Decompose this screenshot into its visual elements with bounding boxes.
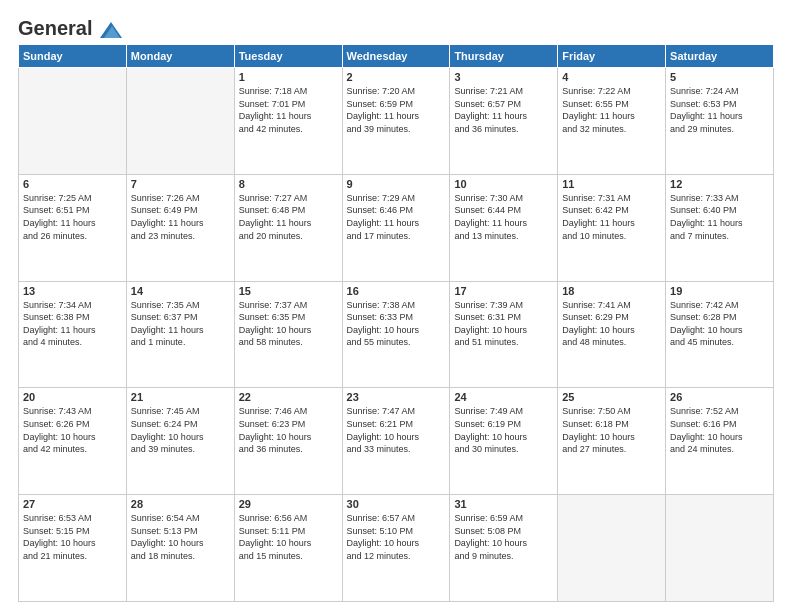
day-number: 18 [562,285,661,297]
day-number: 7 [131,178,230,190]
calendar-cell: 9Sunrise: 7:29 AM Sunset: 6:46 PM Daylig… [342,174,450,281]
weekday-header-saturday: Saturday [666,45,774,68]
day-info: Sunrise: 7:35 AM Sunset: 6:37 PM Dayligh… [131,299,230,349]
calendar-cell: 24Sunrise: 7:49 AM Sunset: 6:19 PM Dayli… [450,388,558,495]
day-info: Sunrise: 7:47 AM Sunset: 6:21 PM Dayligh… [347,405,446,455]
calendar-cell: 5Sunrise: 7:24 AM Sunset: 6:53 PM Daylig… [666,68,774,175]
day-info: Sunrise: 6:54 AM Sunset: 5:13 PM Dayligh… [131,512,230,562]
day-number: 20 [23,391,122,403]
day-info: Sunrise: 7:33 AM Sunset: 6:40 PM Dayligh… [670,192,769,242]
day-number: 4 [562,71,661,83]
calendar-cell: 28Sunrise: 6:54 AM Sunset: 5:13 PM Dayli… [126,495,234,602]
calendar-cell [19,68,127,175]
day-number: 19 [670,285,769,297]
calendar-cell: 23Sunrise: 7:47 AM Sunset: 6:21 PM Dayli… [342,388,450,495]
day-info: Sunrise: 7:29 AM Sunset: 6:46 PM Dayligh… [347,192,446,242]
day-number: 21 [131,391,230,403]
day-number: 14 [131,285,230,297]
day-number: 29 [239,498,338,510]
weekday-header-friday: Friday [558,45,666,68]
day-number: 5 [670,71,769,83]
day-info: Sunrise: 7:31 AM Sunset: 6:42 PM Dayligh… [562,192,661,242]
calendar-cell: 29Sunrise: 6:56 AM Sunset: 5:11 PM Dayli… [234,495,342,602]
calendar-cell: 8Sunrise: 7:27 AM Sunset: 6:48 PM Daylig… [234,174,342,281]
day-info: Sunrise: 7:46 AM Sunset: 6:23 PM Dayligh… [239,405,338,455]
day-info: Sunrise: 7:43 AM Sunset: 6:26 PM Dayligh… [23,405,122,455]
calendar-week-row: 1Sunrise: 7:18 AM Sunset: 7:01 PM Daylig… [19,68,774,175]
day-info: Sunrise: 7:38 AM Sunset: 6:33 PM Dayligh… [347,299,446,349]
day-number: 17 [454,285,553,297]
weekday-header-sunday: Sunday [19,45,127,68]
calendar-cell: 1Sunrise: 7:18 AM Sunset: 7:01 PM Daylig… [234,68,342,175]
calendar-cell: 30Sunrise: 6:57 AM Sunset: 5:10 PM Dayli… [342,495,450,602]
calendar-week-row: 13Sunrise: 7:34 AM Sunset: 6:38 PM Dayli… [19,281,774,388]
day-info: Sunrise: 7:26 AM Sunset: 6:49 PM Dayligh… [131,192,230,242]
day-number: 22 [239,391,338,403]
day-info: Sunrise: 7:21 AM Sunset: 6:57 PM Dayligh… [454,85,553,135]
calendar-cell: 15Sunrise: 7:37 AM Sunset: 6:35 PM Dayli… [234,281,342,388]
calendar-cell: 12Sunrise: 7:33 AM Sunset: 6:40 PM Dayli… [666,174,774,281]
day-info: Sunrise: 7:24 AM Sunset: 6:53 PM Dayligh… [670,85,769,135]
calendar-week-row: 27Sunrise: 6:53 AM Sunset: 5:15 PM Dayli… [19,495,774,602]
calendar-cell: 18Sunrise: 7:41 AM Sunset: 6:29 PM Dayli… [558,281,666,388]
calendar-week-row: 6Sunrise: 7:25 AM Sunset: 6:51 PM Daylig… [19,174,774,281]
day-number: 10 [454,178,553,190]
day-info: Sunrise: 7:39 AM Sunset: 6:31 PM Dayligh… [454,299,553,349]
day-info: Sunrise: 7:52 AM Sunset: 6:16 PM Dayligh… [670,405,769,455]
day-info: Sunrise: 7:41 AM Sunset: 6:29 PM Dayligh… [562,299,661,349]
day-number: 6 [23,178,122,190]
calendar-cell: 6Sunrise: 7:25 AM Sunset: 6:51 PM Daylig… [19,174,127,281]
calendar-cell [666,495,774,602]
weekday-header-monday: Monday [126,45,234,68]
calendar-cell: 16Sunrise: 7:38 AM Sunset: 6:33 PM Dayli… [342,281,450,388]
day-number: 15 [239,285,338,297]
calendar-cell: 17Sunrise: 7:39 AM Sunset: 6:31 PM Dayli… [450,281,558,388]
calendar-cell: 10Sunrise: 7:30 AM Sunset: 6:44 PM Dayli… [450,174,558,281]
day-info: Sunrise: 7:30 AM Sunset: 6:44 PM Dayligh… [454,192,553,242]
day-info: Sunrise: 7:18 AM Sunset: 7:01 PM Dayligh… [239,85,338,135]
day-number: 26 [670,391,769,403]
calendar-cell [558,495,666,602]
day-number: 25 [562,391,661,403]
day-info: Sunrise: 7:20 AM Sunset: 6:59 PM Dayligh… [347,85,446,135]
day-info: Sunrise: 6:59 AM Sunset: 5:08 PM Dayligh… [454,512,553,562]
day-number: 30 [347,498,446,510]
calendar-table: SundayMondayTuesdayWednesdayThursdayFrid… [18,44,774,602]
calendar-cell: 27Sunrise: 6:53 AM Sunset: 5:15 PM Dayli… [19,495,127,602]
calendar-cell: 20Sunrise: 7:43 AM Sunset: 6:26 PM Dayli… [19,388,127,495]
calendar-cell: 3Sunrise: 7:21 AM Sunset: 6:57 PM Daylig… [450,68,558,175]
day-info: Sunrise: 7:37 AM Sunset: 6:35 PM Dayligh… [239,299,338,349]
calendar-cell: 25Sunrise: 7:50 AM Sunset: 6:18 PM Dayli… [558,388,666,495]
weekday-header-tuesday: Tuesday [234,45,342,68]
logo-icon [100,22,122,38]
weekday-header-thursday: Thursday [450,45,558,68]
day-number: 3 [454,71,553,83]
day-number: 28 [131,498,230,510]
day-info: Sunrise: 6:57 AM Sunset: 5:10 PM Dayligh… [347,512,446,562]
day-info: Sunrise: 7:34 AM Sunset: 6:38 PM Dayligh… [23,299,122,349]
day-number: 9 [347,178,446,190]
day-info: Sunrise: 7:49 AM Sunset: 6:19 PM Dayligh… [454,405,553,455]
day-number: 13 [23,285,122,297]
page-header: General [18,18,774,38]
calendar-week-row: 20Sunrise: 7:43 AM Sunset: 6:26 PM Dayli… [19,388,774,495]
calendar-cell: 19Sunrise: 7:42 AM Sunset: 6:28 PM Dayli… [666,281,774,388]
day-number: 1 [239,71,338,83]
calendar-cell: 7Sunrise: 7:26 AM Sunset: 6:49 PM Daylig… [126,174,234,281]
calendar-cell: 4Sunrise: 7:22 AM Sunset: 6:55 PM Daylig… [558,68,666,175]
calendar-cell: 11Sunrise: 7:31 AM Sunset: 6:42 PM Dayli… [558,174,666,281]
day-number: 24 [454,391,553,403]
day-number: 27 [23,498,122,510]
calendar-cell: 14Sunrise: 7:35 AM Sunset: 6:37 PM Dayli… [126,281,234,388]
day-info: Sunrise: 7:45 AM Sunset: 6:24 PM Dayligh… [131,405,230,455]
calendar-cell: 26Sunrise: 7:52 AM Sunset: 6:16 PM Dayli… [666,388,774,495]
calendar-cell: 2Sunrise: 7:20 AM Sunset: 6:59 PM Daylig… [342,68,450,175]
day-info: Sunrise: 7:25 AM Sunset: 6:51 PM Dayligh… [23,192,122,242]
day-info: Sunrise: 7:27 AM Sunset: 6:48 PM Dayligh… [239,192,338,242]
day-number: 8 [239,178,338,190]
calendar-header-row: SundayMondayTuesdayWednesdayThursdayFrid… [19,45,774,68]
day-number: 31 [454,498,553,510]
day-number: 11 [562,178,661,190]
day-info: Sunrise: 7:42 AM Sunset: 6:28 PM Dayligh… [670,299,769,349]
calendar-cell: 31Sunrise: 6:59 AM Sunset: 5:08 PM Dayli… [450,495,558,602]
